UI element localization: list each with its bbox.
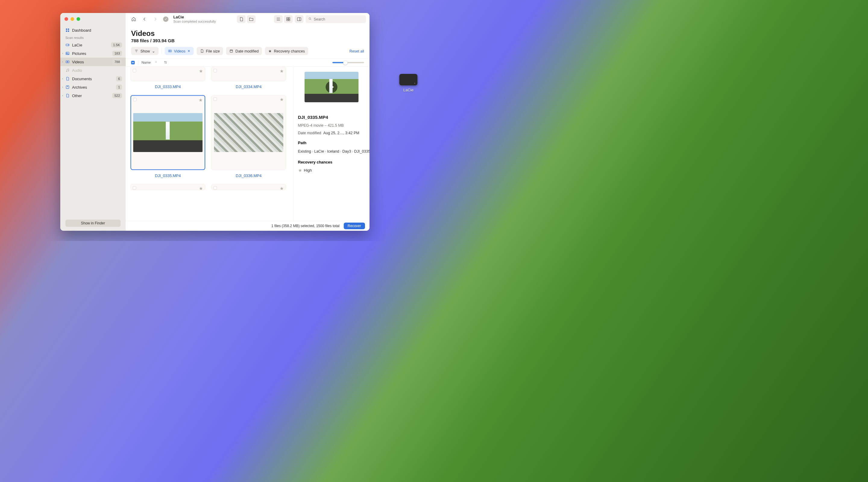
file-cell[interactable]: ★DJI_0334.MP4 bbox=[211, 67, 286, 89]
reset-filters-link[interactable]: Reset all bbox=[349, 49, 364, 53]
column-options-icon[interactable] bbox=[164, 60, 167, 65]
file-card[interactable]: ★ bbox=[211, 67, 286, 81]
file-checkbox[interactable] bbox=[133, 187, 136, 190]
close-window-button[interactable] bbox=[64, 17, 68, 21]
svg-rect-16 bbox=[298, 18, 301, 21]
file-cell[interactable]: ★DJI_0333.MP4 bbox=[130, 67, 205, 89]
forward-button[interactable] bbox=[151, 15, 160, 23]
selection-summary: 1 files (358.2 MB) selected, 1500 files … bbox=[271, 224, 339, 228]
type-filter-chip[interactable]: Videos ✕ bbox=[164, 47, 193, 55]
play-icon[interactable] bbox=[326, 81, 337, 93]
file-checkbox[interactable] bbox=[133, 98, 136, 101]
sort-asc-icon[interactable]: ⌃ bbox=[155, 61, 157, 64]
file-thumbnail bbox=[133, 113, 203, 152]
sidebar-dashboard[interactable]: Dashboard bbox=[60, 26, 126, 34]
favorite-star-icon[interactable]: ★ bbox=[280, 186, 284, 191]
show-label: Show bbox=[141, 49, 150, 53]
expand-icon[interactable]: › bbox=[62, 52, 63, 55]
file-name[interactable]: DJI_0335.MP4 bbox=[155, 173, 181, 178]
sidebar-item-lacie[interactable]: LaCie1.5K bbox=[60, 41, 126, 49]
select-all-checkbox[interactable] bbox=[131, 61, 135, 64]
path-label: Path bbox=[298, 141, 365, 145]
file-name[interactable]: DJI_0334.MP4 bbox=[236, 84, 261, 89]
date-filter-chip[interactable]: Date modified bbox=[226, 47, 262, 55]
favorite-star-icon[interactable]: ★ bbox=[280, 68, 284, 74]
file-card[interactable]: ★ bbox=[211, 184, 286, 190]
recover-button[interactable]: Recover bbox=[344, 223, 365, 229]
file-cell[interactable]: ★DJI_0335.MP4 bbox=[130, 95, 205, 178]
toolbar-subtitle: Scan completed successfully bbox=[173, 20, 216, 24]
desktop-drive-icon[interactable]: LaCie bbox=[399, 74, 417, 93]
expand-icon[interactable]: › bbox=[62, 86, 63, 89]
page-subtitle: 788 files / 393.94 GB bbox=[131, 38, 364, 44]
file-name[interactable]: DJI_0333.MP4 bbox=[155, 84, 181, 89]
minimize-window-button[interactable] bbox=[70, 17, 74, 21]
preview-thumbnail[interactable] bbox=[304, 72, 358, 102]
path-segment[interactable]: Existing bbox=[298, 149, 311, 153]
file-card[interactable]: ★ bbox=[130, 95, 205, 170]
file-cell[interactable]: ★DJI_0336.MP4 bbox=[211, 95, 286, 178]
filesize-filter-chip[interactable]: File size bbox=[196, 47, 223, 55]
favorite-star-icon[interactable]: ★ bbox=[280, 97, 284, 102]
sidebar-item-archives[interactable]: ›Archives1 bbox=[60, 83, 126, 91]
sidebar-item-pictures[interactable]: ›Pictures183 bbox=[60, 49, 126, 58]
view-list-button[interactable] bbox=[274, 15, 283, 23]
sidebar-item-other[interactable]: ›Other522 bbox=[60, 91, 126, 100]
sidebar-item-videos[interactable]: ›Videos788 bbox=[60, 58, 126, 66]
count-badge: 1 bbox=[116, 85, 122, 90]
new-folder-button[interactable] bbox=[247, 15, 255, 23]
file-checkbox[interactable] bbox=[214, 187, 217, 190]
breadcrumb-separator-icon: › bbox=[324, 149, 327, 153]
file-card[interactable]: ★ bbox=[130, 67, 205, 81]
column-name-header[interactable]: Name bbox=[142, 61, 151, 65]
file-card[interactable]: ★ bbox=[211, 95, 286, 170]
file-card[interactable]: ★ bbox=[130, 184, 205, 190]
favorite-star-icon[interactable]: ★ bbox=[199, 68, 203, 74]
scan-status-icon bbox=[163, 16, 168, 22]
file-checkbox[interactable] bbox=[214, 97, 217, 101]
filter-bar: Show ⌄ Videos ✕ File size Date modified … bbox=[126, 46, 370, 59]
details-subtitle: MPEG-4 movie – 421.5 MB bbox=[298, 123, 365, 127]
sidebar-item-label: LaCie bbox=[72, 42, 82, 47]
sidebar-item-label: Dashboard bbox=[72, 28, 91, 33]
sidebar-item-documents[interactable]: ›Documents6 bbox=[60, 75, 126, 83]
path-segment[interactable]: Day3 bbox=[342, 149, 351, 153]
home-button[interactable] bbox=[129, 15, 138, 23]
expand-icon[interactable]: › bbox=[62, 77, 63, 81]
svg-point-21 bbox=[166, 62, 166, 63]
favorite-star-icon[interactable]: ★ bbox=[199, 186, 203, 191]
drive-icon bbox=[65, 43, 70, 47]
back-button[interactable] bbox=[140, 15, 149, 23]
search-field[interactable] bbox=[306, 15, 366, 23]
toolbar-title-block: LaCie Scan completed successfully bbox=[170, 15, 218, 24]
sidebar-item-label: Videos bbox=[72, 59, 84, 64]
path-segment[interactable]: Iceland bbox=[327, 149, 339, 153]
details-pane: DJI_0335.MP4 MPEG-4 movie – 421.5 MB Dat… bbox=[293, 67, 370, 221]
file-checkbox[interactable] bbox=[133, 69, 136, 73]
view-grid-button[interactable] bbox=[284, 15, 293, 23]
show-filter-button[interactable]: Show ⌄ bbox=[131, 47, 158, 55]
toggle-sidebar-button[interactable] bbox=[295, 15, 304, 23]
remove-chip-icon[interactable]: ✕ bbox=[187, 49, 190, 53]
expand-icon[interactable]: › bbox=[62, 60, 63, 64]
sidebar-item-audio[interactable]: Audio bbox=[60, 66, 126, 75]
main-pane: LaCie Scan completed successfully Videos… bbox=[126, 13, 370, 231]
expand-icon[interactable]: › bbox=[62, 94, 63, 97]
show-in-finder-button[interactable]: Show in Finder bbox=[65, 220, 121, 227]
search-input[interactable] bbox=[314, 17, 363, 21]
path-segment[interactable]: LaCie bbox=[314, 149, 324, 153]
fullscreen-window-button[interactable] bbox=[76, 17, 80, 21]
app-window: Dashboard Scan results LaCie1.5K›Picture… bbox=[60, 13, 370, 231]
new-file-button[interactable] bbox=[237, 15, 246, 23]
sidebar-item-label: Other bbox=[72, 93, 82, 98]
chip-label: Date modified bbox=[236, 49, 258, 53]
favorite-star-icon[interactable]: ★ bbox=[198, 97, 203, 103]
file-name[interactable]: DJI_0336.MP4 bbox=[236, 173, 261, 178]
chip-label: Recovery chances bbox=[274, 49, 305, 53]
recovery-filter-chip[interactable]: ★ Recovery chances bbox=[265, 47, 308, 55]
path-segment[interactable]: DJI_0335.MP4 bbox=[354, 149, 370, 153]
column-header: Name ⌃ bbox=[126, 58, 370, 67]
thumbnail-zoom-slider[interactable] bbox=[333, 62, 364, 63]
count-badge: 522 bbox=[113, 93, 122, 98]
file-checkbox[interactable] bbox=[214, 69, 217, 73]
